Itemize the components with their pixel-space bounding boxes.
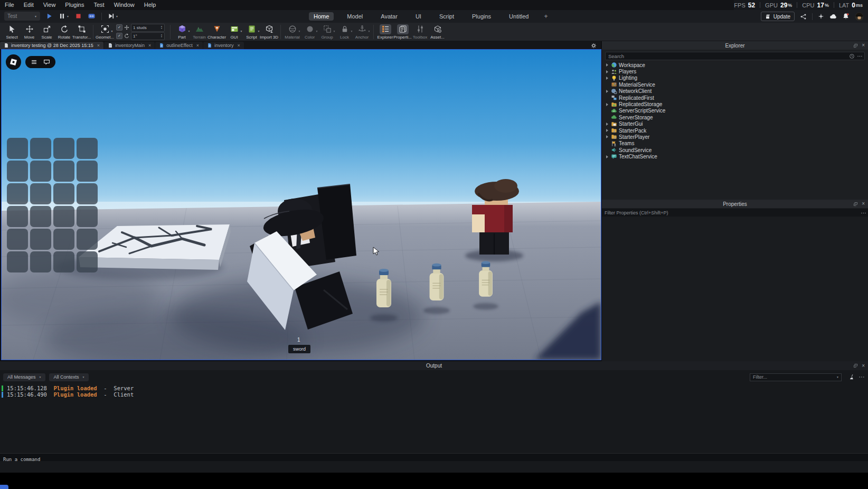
chevron-down-icon[interactable]: ▼ <box>351 30 353 33</box>
properties-filter-input[interactable] <box>602 210 861 215</box>
explorer-item-networkclient[interactable]: NetworkClient <box>602 88 868 95</box>
inventory-slot[interactable] <box>53 183 74 204</box>
play-icon[interactable] <box>46 13 53 20</box>
inventory-slot[interactable] <box>7 229 28 250</box>
ribbon-tab-plugins[interactable]: Plugins <box>467 12 496 21</box>
stepper-arrows[interactable]: ▲▼ <box>161 34 163 38</box>
explorer-item-textchatservice[interactable]: TextChatService <box>602 153 868 159</box>
toolbar-part-button[interactable]: ▼Part <box>173 24 191 40</box>
expand-arrow-icon[interactable] <box>605 63 609 67</box>
share-icon[interactable] <box>800 13 807 20</box>
ribbon-tab-untitled[interactable]: Untitled <box>504 12 533 21</box>
toolbar-transfor-button[interactable]: Transfor... <box>73 24 90 40</box>
test-mode-dropdown[interactable]: Test ▼ <box>4 12 40 21</box>
snap-rotate-checkbox[interactable]: ✓ <box>116 33 122 39</box>
stepper-arrows[interactable]: ▲▼ <box>161 25 163 30</box>
close-tab-icon[interactable]: × <box>148 43 151 48</box>
menu-item-file[interactable]: File <box>0 0 19 10</box>
inventory-slot[interactable] <box>30 161 51 182</box>
more-options-icon[interactable] <box>857 53 863 59</box>
inventory-slot[interactable] <box>77 229 98 250</box>
explorer-search-input[interactable] <box>606 53 849 59</box>
toolbar-lock-button[interactable]: ▼Lock <box>336 24 353 40</box>
chevron-down-icon[interactable]: ▼ <box>836 375 839 379</box>
ribbon-tab-home[interactable]: Home <box>309 12 334 21</box>
menu-item-edit[interactable]: Edit <box>19 0 39 10</box>
toolbar-import-3d-button[interactable]: Import 3D <box>260 24 278 40</box>
step-button[interactable]: ▼ <box>108 13 118 20</box>
explorer-item-starterplayer[interactable]: StarterPlayer <box>602 134 868 140</box>
add-ribbon-tab-button[interactable]: + <box>542 13 550 20</box>
close-tab-icon[interactable]: × <box>196 43 199 48</box>
toolbar-script-button[interactable]: ▼Script <box>243 24 260 40</box>
toolbar-move-button[interactable]: Move <box>21 24 38 40</box>
close-tab-icon[interactable]: × <box>97 43 100 48</box>
output-filter-input[interactable] <box>750 374 836 380</box>
inventory-slot[interactable] <box>53 161 74 182</box>
inventory-slot[interactable] <box>30 183 51 204</box>
ribbon-tab-ui[interactable]: UI <box>411 12 426 21</box>
inventory-slot[interactable] <box>53 251 74 272</box>
expand-arrow-icon[interactable] <box>605 123 609 126</box>
hamburger-menu-icon[interactable] <box>31 59 37 65</box>
expand-arrow-icon[interactable] <box>605 77 609 80</box>
inventory-slot[interactable] <box>30 138 51 159</box>
menu-item-help[interactable]: Help <box>139 0 161 10</box>
explorer-item-serverstorage[interactable]: ServerStorage <box>602 114 868 120</box>
toolbar-color-button[interactable]: ▼Color <box>301 24 318 40</box>
toolbar-asset-button[interactable]: Asset... <box>429 24 446 40</box>
explorer-item-starterpack[interactable]: StarterPack <box>602 127 868 134</box>
explorer-item-players[interactable]: Players <box>602 68 868 74</box>
pause-button[interactable]: ▼ <box>59 13 69 20</box>
history-icon[interactable] <box>849 53 855 59</box>
update-button[interactable]: Update <box>761 12 795 21</box>
chevron-down-icon[interactable]: ▼ <box>258 30 260 33</box>
expand-arrow-icon[interactable] <box>605 135 609 138</box>
user-avatar[interactable] <box>855 12 864 21</box>
expand-arrow-icon[interactable] <box>605 103 609 106</box>
doc-tab-inventorymain[interactable]: inventoryMain× <box>104 42 155 49</box>
doc-tab-outlineeffect[interactable]: outlineEffect× <box>155 42 203 49</box>
explorer-item-workspace[interactable]: Workspace <box>602 62 868 68</box>
close-tab-icon[interactable]: × <box>237 43 240 48</box>
close-icon[interactable]: × <box>862 43 865 48</box>
menu-item-plugins[interactable]: Plugins <box>60 0 89 10</box>
toolbar-toolbox-button[interactable]: Toolbox <box>411 24 429 40</box>
stop-icon[interactable] <box>75 13 82 20</box>
chevron-down-icon[interactable]: ▼ <box>188 30 191 33</box>
inventory-slot[interactable] <box>77 161 98 182</box>
explorer-item-replicatedfirst[interactable]: ReplicatedFirst <box>602 95 868 101</box>
explorer-item-materialservice[interactable]: MaterialService <box>602 81 868 88</box>
inventory-slot[interactable] <box>7 206 28 227</box>
toolbar-properti-button[interactable]: Properti... <box>394 24 411 40</box>
inventory-slot[interactable] <box>77 206 98 227</box>
chevron-down-icon[interactable]: ▼ <box>316 30 318 33</box>
doc-tab-inventory[interactable]: inventory× <box>203 42 244 49</box>
assistant-sparkle-icon[interactable] <box>818 13 824 20</box>
chat-icon[interactable] <box>43 59 50 65</box>
explorer-item-serverscriptservice[interactable]: ServerScriptService <box>602 108 868 114</box>
notifications-bell-icon[interactable] <box>842 13 850 20</box>
chevron-down-icon[interactable]: ▼ <box>368 30 371 33</box>
toolbar-gui-button[interactable]: ▼GUI <box>225 24 243 40</box>
more-options-icon[interactable] <box>861 210 866 216</box>
toolbar-select-button[interactable]: Select <box>3 24 21 40</box>
ribbon-tab-avatar[interactable]: Avatar <box>376 12 402 21</box>
snap-move-stepper[interactable]: 1 studs▲▼ <box>131 24 165 32</box>
inventory-slot[interactable] <box>53 229 74 250</box>
toolbar-terrain-button[interactable]: Terrain <box>191 24 208 40</box>
toolbar-geomet-button[interactable]: ▼Geomet... <box>96 24 114 40</box>
inventory-slot[interactable] <box>7 138 28 159</box>
float-panel-icon[interactable] <box>853 363 858 368</box>
roblox-menu-button[interactable] <box>6 54 21 70</box>
toolbar-character-button[interactable]: Character <box>208 24 225 40</box>
inventory-slot[interactable] <box>30 251 51 272</box>
inventory-slot[interactable] <box>77 183 98 204</box>
chevron-down-icon[interactable]: ▼ <box>111 30 114 33</box>
explorer-item-lighting[interactable]: Lighting <box>602 75 868 81</box>
explorer-item-teams[interactable]: Teams <box>602 140 868 147</box>
close-icon[interactable]: × <box>862 201 865 206</box>
chevron-down-icon[interactable]: ▼ <box>333 30 336 33</box>
toolbar-rotate-button[interactable]: Rotate <box>55 24 73 40</box>
contexts-filter-dropdown[interactable]: All Contexts ▼ <box>49 373 89 381</box>
